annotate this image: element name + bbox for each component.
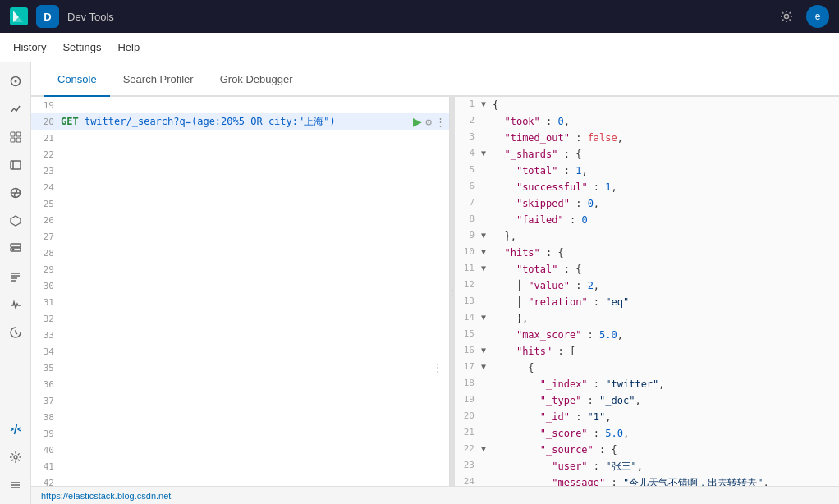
toggle-collapse[interactable]: ▼ bbox=[481, 228, 493, 240]
toggle-collapse[interactable]: ▼ bbox=[481, 97, 493, 108]
toggle-collapse[interactable]: ▼ bbox=[481, 261, 493, 273]
editor-line: 38 bbox=[31, 409, 449, 425]
editor-line: 28 bbox=[31, 245, 449, 261]
sidebar-item-collapse[interactable] bbox=[3, 473, 28, 497]
sidebar-item-maps[interactable] bbox=[3, 181, 28, 205]
result-line: 10 ▼ "hits" : { bbox=[455, 245, 839, 261]
svg-point-21 bbox=[14, 456, 17, 459]
sidebar-item-management[interactable] bbox=[3, 445, 28, 470]
editor-line: 26 bbox=[31, 212, 449, 228]
settings-icon[interactable]: ⚙ bbox=[425, 116, 432, 128]
editor-line: 36 bbox=[31, 376, 449, 392]
editor-line: 27 bbox=[31, 228, 449, 245]
result-line: 19 "_type" : "_doc", bbox=[455, 392, 839, 409]
tab-console[interactable]: Console bbox=[44, 63, 110, 97]
sidebar-item-dashboard[interactable] bbox=[3, 125, 28, 149]
sidebar-item-discover[interactable] bbox=[3, 69, 28, 94]
run-button[interactable]: ▶ bbox=[413, 115, 422, 128]
sidebar-item-canvas[interactable] bbox=[3, 153, 28, 177]
editor-line: 23 bbox=[31, 163, 449, 179]
tab-grok-debugger[interactable]: Grok Debugger bbox=[207, 63, 306, 97]
svg-marker-12 bbox=[11, 216, 21, 226]
sidebar-item-ml[interactable] bbox=[3, 208, 28, 233]
toggle-collapse[interactable]: ▼ bbox=[481, 310, 493, 322]
editor-line: 22 bbox=[31, 146, 449, 163]
nav-history[interactable]: History bbox=[13, 34, 46, 60]
editor-line: 34 bbox=[31, 343, 449, 360]
sidebar-item-logs[interactable] bbox=[3, 264, 28, 289]
result-line: 3 "timed_out" : false, bbox=[455, 130, 839, 146]
result-line: 5 "total" : 1, bbox=[455, 163, 839, 179]
editor-line: 35 ⋮ bbox=[31, 360, 449, 376]
editor-line: 39 bbox=[31, 425, 449, 442]
tab-search-profiler[interactable]: Search Profiler bbox=[110, 63, 207, 97]
status-link[interactable]: https://elasticstack.blog.csdn.net bbox=[41, 491, 171, 501]
editor-right-pane[interactable]: 1 ▼ { 2 "took" : 0, 3 "timed_out" : fals… bbox=[455, 97, 839, 486]
result-line: 15 "max_score" : 5.0, bbox=[455, 327, 839, 343]
result-line: 14 ▼ }, bbox=[455, 310, 839, 327]
result-line: 18 "_index" : "twitter", bbox=[455, 376, 839, 392]
result-line: 6 "successful" : 1, bbox=[455, 179, 839, 195]
editor-line: 24 bbox=[31, 179, 449, 195]
top-bar: D Dev Tools e bbox=[0, 0, 839, 33]
nav-bar: History Settings Help bbox=[0, 33, 839, 62]
result-line: 22 ▼ "_source" : { bbox=[455, 442, 839, 458]
sidebar-item-uptime[interactable] bbox=[3, 320, 28, 345]
result-line: 2 "took" : 0, bbox=[455, 113, 839, 130]
svg-rect-7 bbox=[16, 138, 21, 142]
result-line: 20 "_id" : "1", bbox=[455, 409, 839, 425]
app-title: Dev Tools bbox=[67, 11, 114, 23]
result-line: 17 ▼ { bbox=[455, 360, 839, 376]
result-line: 9 ▼ }, bbox=[455, 228, 839, 245]
svg-point-1 bbox=[785, 15, 789, 19]
toggle-collapse[interactable]: ▼ bbox=[481, 360, 493, 371]
status-bar: https://elasticstack.blog.csdn.net bbox=[31, 486, 839, 504]
tabs-bar: Console Search Profiler Grok Debugger bbox=[31, 62, 839, 97]
svg-rect-8 bbox=[11, 161, 21, 169]
sidebar-item-apm[interactable] bbox=[3, 292, 28, 317]
sidebar-item-infrastructure[interactable] bbox=[3, 236, 28, 261]
result-line: 11 ▼ "total" : { bbox=[455, 261, 839, 277]
editor-line: 21 bbox=[31, 130, 449, 146]
result-line: 24 "message" : "今儿天气不错啊，出去转转去", bbox=[455, 474, 839, 486]
result-line: 4 ▼ "_shards" : { bbox=[455, 146, 839, 163]
result-line: 12 │ "value" : 2, bbox=[455, 277, 839, 294]
user-avatar[interactable]: e bbox=[806, 5, 829, 28]
result-line: 8 "failed" : 0 bbox=[455, 212, 839, 228]
svg-rect-5 bbox=[16, 132, 21, 136]
sidebar-item-devtools[interactable] bbox=[3, 417, 28, 442]
toggle-collapse[interactable]: ▼ bbox=[481, 146, 493, 158]
nav-help[interactable]: Help bbox=[117, 34, 140, 60]
svg-point-16 bbox=[12, 249, 14, 250]
svg-rect-13 bbox=[11, 244, 21, 247]
svg-rect-6 bbox=[11, 138, 15, 142]
editor-line: 29 bbox=[31, 261, 449, 277]
editor-active-line[interactable]: 20 GET twitter/_search?q=(age:20%5 OR ci… bbox=[31, 113, 449, 130]
result-line: 1 ▼ { bbox=[455, 97, 839, 113]
result-line: 7 "skipped" : 0, bbox=[455, 195, 839, 212]
sidebar-item-visualize[interactable] bbox=[3, 97, 28, 121]
svg-rect-4 bbox=[11, 132, 15, 136]
settings-btn[interactable] bbox=[775, 5, 798, 28]
editor-line: 42 bbox=[31, 474, 449, 486]
main-layout: Console Search Profiler Grok Debugger 19… bbox=[0, 62, 839, 504]
editor-line: 19 bbox=[31, 97, 449, 113]
content-area: Console Search Profiler Grok Debugger 19… bbox=[31, 62, 839, 504]
toggle-collapse[interactable]: ▼ bbox=[481, 343, 493, 355]
left-sidebar bbox=[0, 62, 31, 504]
editor-left-pane[interactable]: 19 20 GET twitter/_search?q=(age:20%5 OR… bbox=[31, 97, 450, 486]
nav-settings[interactable]: Settings bbox=[62, 34, 101, 60]
svg-point-3 bbox=[14, 80, 16, 83]
toggle-collapse[interactable]: ▼ bbox=[481, 442, 493, 453]
toggle-collapse[interactable]: ▼ bbox=[481, 245, 493, 256]
editor-line: 33 bbox=[31, 327, 449, 343]
result-line: 16 ▼ "hits" : [ bbox=[455, 343, 839, 360]
editor-line: 32 bbox=[31, 310, 449, 327]
kibana-logo bbox=[10, 7, 28, 25]
copy-icon[interactable]: ⋮ bbox=[435, 116, 446, 128]
editor-line: 37 bbox=[31, 392, 449, 409]
editor-area: 19 20 GET twitter/_search?q=(age:20%5 OR… bbox=[31, 97, 839, 486]
result-line: 23 "user" : "张三", bbox=[455, 458, 839, 474]
editor-line: 31 bbox=[31, 294, 449, 310]
editor-line: 40 bbox=[31, 442, 449, 458]
